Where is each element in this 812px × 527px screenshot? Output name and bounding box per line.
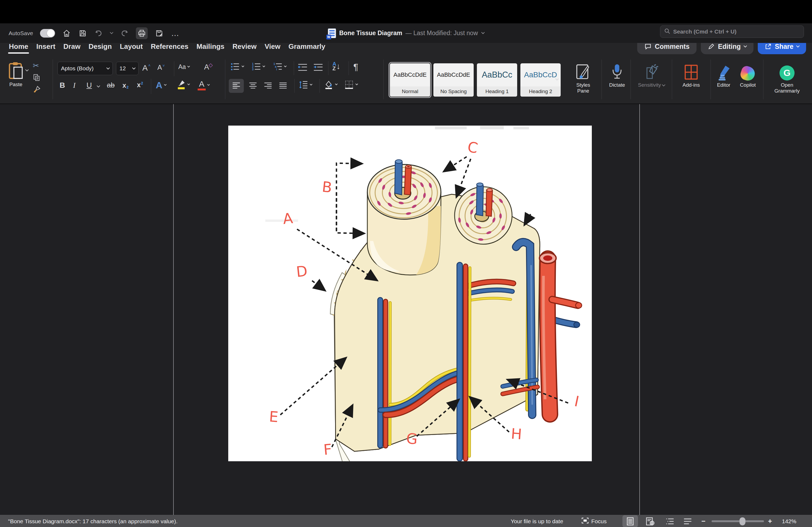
sort-button[interactable]: AZ ↓ — [332, 62, 340, 71]
grammarly-icon: G — [780, 61, 795, 80]
align-center-button[interactable] — [246, 79, 260, 93]
document-canvas[interactable]: ABCDEFGHI — [0, 104, 812, 515]
tab-mailings[interactable]: Mailings — [192, 43, 229, 55]
title-chevron-icon[interactable] — [481, 31, 485, 34]
undo-icon[interactable] — [94, 29, 103, 38]
open-grammarly-button[interactable]: G OpenGrammarly — [770, 61, 804, 94]
search-box[interactable] — [660, 26, 804, 38]
tab-insert[interactable]: Insert — [32, 43, 59, 55]
style-heading-2[interactable]: AaBbCcDHeading 2 — [520, 63, 561, 96]
align-right-button[interactable] — [261, 79, 275, 93]
decrease-indent-button[interactable] — [298, 63, 308, 71]
zoom-out-button[interactable]: − — [701, 515, 706, 527]
tab-layout[interactable]: Layout — [116, 43, 147, 55]
tab-references[interactable]: References — [147, 43, 192, 55]
addins-button[interactable]: Add-ins — [678, 61, 705, 88]
sensitivity-button[interactable]: Sensitivity — [635, 61, 668, 88]
zoom-level[interactable]: 142% — [782, 515, 796, 527]
word-count-status[interactable]: "Bone Tissue Diagram.docx": 17 character… — [8, 515, 177, 527]
home-icon[interactable] — [62, 29, 71, 38]
focus-toggle[interactable]: Focus — [582, 515, 607, 527]
tab-view[interactable]: View — [260, 43, 284, 55]
paste-button[interactable]: Paste — [8, 60, 24, 88]
draft-view-button[interactable] — [680, 515, 695, 527]
save-icon[interactable] — [78, 29, 87, 38]
more-options-icon[interactable]: … — [171, 29, 180, 38]
editor-button[interactable]: Editor — [714, 61, 734, 88]
bold-button[interactable]: B — [60, 81, 65, 90]
style-normal[interactable]: AaBbCcDdENormal — [390, 63, 430, 96]
print-layout-view-button[interactable] — [622, 515, 638, 527]
document-page[interactable]: ABCDEFGHI — [228, 125, 592, 461]
tab-design[interactable]: Design — [85, 43, 116, 55]
clear-formatting-button[interactable]: A◇ — [204, 63, 213, 71]
tab-draw[interactable]: Draw — [59, 43, 85, 55]
borders-button[interactable] — [344, 80, 358, 89]
ink-letter-A: A — [282, 210, 293, 228]
multilevel-list-button[interactable]: 1ai — [273, 62, 286, 71]
shrink-font-button[interactable]: A˅ — [157, 63, 165, 72]
style-heading-1[interactable]: AaBbCcHeading 1 — [477, 63, 517, 96]
tab-home[interactable]: Home — [5, 43, 32, 55]
font-color-button[interactable]: A — [198, 80, 209, 90]
increase-indent-button[interactable] — [313, 63, 323, 71]
web-layout-view-button[interactable] — [642, 515, 658, 527]
clipboard-icon — [8, 60, 24, 80]
grow-font-button[interactable]: A˄ — [142, 63, 150, 73]
search-icon — [664, 28, 670, 35]
autosave-toggle[interactable] — [40, 29, 55, 37]
save-as-icon[interactable] — [155, 29, 164, 38]
style-no-spacing[interactable]: AaBbCcDdENo Spacing — [433, 63, 474, 96]
ribbon-tabs-row: HomeInsertDrawDesignLayoutReferencesMail… — [0, 43, 812, 55]
redo-icon[interactable] — [120, 29, 129, 38]
font-name-select[interactable]: Aptos (Body) — [57, 62, 113, 75]
styles-pane-button[interactable]: StylesPane — [569, 61, 598, 94]
font-size-select[interactable]: 12 — [116, 62, 139, 75]
bullets-button[interactable] — [230, 62, 244, 71]
underline-button[interactable]: U — [86, 81, 92, 90]
dictate-button[interactable]: Dictate — [606, 61, 628, 88]
word-window: AutoSave … — [0, 0, 812, 527]
ink-letter-B: B — [321, 178, 333, 196]
document-title-area[interactable]: W Bone Tissue Diagram — Last Modified: J… — [328, 23, 484, 43]
ribbon: Paste ✂ Aptos (Body) 12 A˄ A˅ Aa A◇ B I … — [0, 55, 812, 104]
zoom-in-button[interactable]: + — [768, 515, 772, 527]
shading-button[interactable] — [324, 80, 337, 89]
paste-chevron-icon[interactable] — [25, 68, 29, 71]
tab-review[interactable]: Review — [229, 43, 261, 55]
editing-button[interactable]: Editing — [701, 43, 753, 54]
ink-letter-I: I — [573, 393, 581, 410]
format-painter-icon[interactable] — [33, 85, 41, 93]
underline-chevron-icon[interactable] — [97, 84, 100, 88]
line-spacing-button[interactable] — [299, 80, 312, 89]
strikethrough-button[interactable]: ab — [107, 81, 115, 89]
change-case-button[interactable]: Aa — [178, 63, 190, 71]
focus-icon — [582, 517, 589, 525]
copy-icon[interactable] — [33, 74, 40, 81]
styles-pane-icon — [576, 61, 591, 80]
zoom-slider-knob[interactable] — [740, 517, 745, 525]
print-icon[interactable] — [136, 27, 148, 39]
share-button[interactable]: Share — [758, 43, 806, 54]
comments-button[interactable]: Comments — [637, 43, 697, 54]
cut-icon[interactable]: ✂ — [33, 61, 39, 70]
tab-grammarly[interactable]: Grammarly — [284, 43, 329, 55]
autosave-label: AutoSave — [9, 30, 33, 36]
document-title: Bone Tissue Diagram — [339, 30, 402, 37]
zoom-slider[interactable] — [712, 520, 764, 522]
text-effects-button[interactable]: A — [156, 80, 166, 90]
superscript-button[interactable]: x2 — [137, 81, 143, 89]
subscript-button[interactable]: x2 — [122, 81, 129, 89]
undo-chevron-icon[interactable] — [110, 31, 113, 34]
last-modified-label: — Last Modified: Just now — [405, 30, 478, 37]
italic-button[interactable]: I — [73, 81, 75, 90]
numbering-button[interactable]: 123 — [251, 62, 265, 71]
justify-button[interactable] — [276, 79, 290, 93]
copilot-button[interactable]: Copilot — [736, 61, 760, 88]
highlight-button[interactable] — [177, 79, 190, 90]
search-input[interactable] — [673, 28, 800, 35]
outline-view-button[interactable] — [662, 515, 678, 527]
align-left-button[interactable] — [229, 79, 244, 93]
pilcrow-button[interactable]: ¶ — [353, 62, 358, 72]
title-bar: AutoSave … — [0, 23, 812, 43]
